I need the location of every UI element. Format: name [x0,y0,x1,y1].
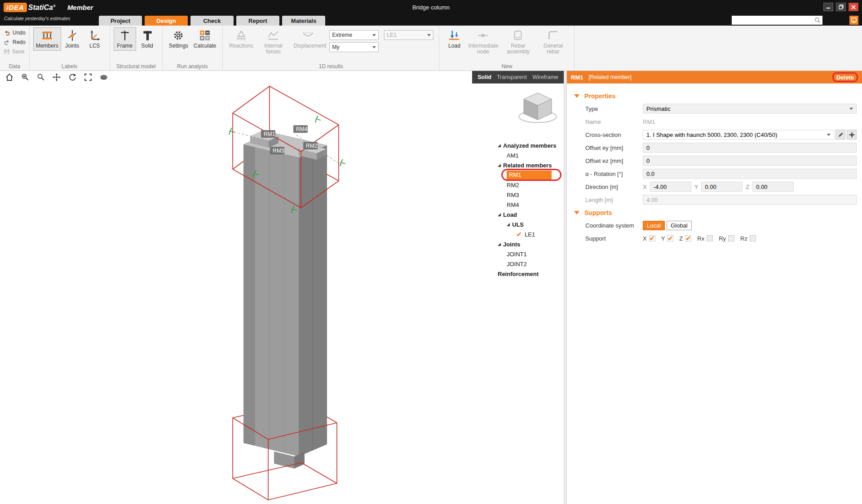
support-check-ry[interactable]: Ry [719,235,734,242]
length-label: Length [m] [585,197,643,203]
general-rebar-button[interactable]: General rebar [535,27,570,57]
chevron-down-icon [849,108,853,110]
mode-wireframe[interactable]: Wireframe [532,74,558,80]
support-check-y[interactable]: Y✔ [661,235,674,242]
tab-materials[interactable]: Materials [282,16,325,26]
mode-transparent[interactable]: Transparent [497,74,527,80]
tree-item-analyzed-members[interactable]: Analyzed members [494,140,570,150]
expander-icon[interactable] [498,144,501,147]
reactions-button[interactable]: Reactions [226,27,256,51]
edit-cross-section-button[interactable] [835,130,845,140]
tab-project[interactable]: Project [99,16,142,26]
tab-report[interactable]: Report [236,16,279,26]
navigation-cube[interactable] [515,89,560,130]
supports-section-header[interactable]: Supports [574,209,857,216]
offset-ez-input[interactable]: 0 [643,156,857,166]
checkbox-icon[interactable]: ✔ [685,235,691,241]
settings-button[interactable]: Settings [166,27,191,51]
tree-item-rm1[interactable]: RM1 [494,170,570,180]
support-check-rx[interactable]: Rx [697,235,713,242]
clipping-plane-button[interactable] [99,72,109,82]
ribbon-group-run: Settings Calculate Run analysis [163,26,223,70]
expander-icon[interactable] [498,213,501,216]
calculate-button[interactable]: Calculate [191,27,219,51]
tree-item-reinforcement[interactable]: Reinforcement [494,269,570,279]
search-icon[interactable] [814,17,821,23]
tree-item-rm4[interactable]: RM4 [494,200,570,210]
checkbox-icon[interactable] [707,235,713,241]
direction-z-input[interactable]: 0.00 [752,182,794,192]
zoom-window-button[interactable] [20,72,30,82]
coordinate-local-button[interactable]: Local [643,221,665,230]
tree-item-am1[interactable]: AM1 [494,150,570,160]
intermediate-node-button[interactable]: Intermediate node [465,27,500,57]
minimize-button[interactable] [823,3,833,11]
properties-section-header[interactable]: Properties [574,92,857,100]
undo-button[interactable]: Undo [4,29,26,36]
window-title: Bridge column [0,4,862,11]
checkbox-icon[interactable]: ✔ [667,235,673,241]
frame-button[interactable]: Frame [114,27,136,51]
internal-forces-button[interactable]: Internal forces [256,27,291,57]
zoom-button[interactable] [36,72,46,82]
support-check-z[interactable]: Z✔ [679,235,691,242]
loadcase-checkbox[interactable]: ✔ [516,231,522,238]
checkbox-icon[interactable] [728,235,734,241]
type-dropdown[interactable]: Prismatic [643,104,857,114]
load-button[interactable]: Load [443,27,465,51]
rebar-assembly-button[interactable]: Rebar assembly [500,27,535,57]
search-input[interactable] [734,17,814,23]
tree-item-uls[interactable]: ULS [494,219,570,229]
redo-button[interactable]: Redo [4,39,26,46]
tree-item-label: Reinforcement [498,271,539,277]
save-button[interactable]: Save [4,48,26,55]
coordinate-global-button[interactable]: Global [667,221,692,230]
clipping-plane-icon [100,73,108,81]
joints-button[interactable]: Joints [61,27,84,51]
tree-item-rm3[interactable]: RM3 [494,190,570,200]
tree-item-joint2[interactable]: JOINT2 [494,259,570,269]
support-check-x[interactable]: X✔ [643,235,655,242]
close-button[interactable] [849,3,858,11]
pan-button[interactable] [52,72,62,82]
offset-ey-input[interactable]: 0 [643,143,857,153]
member-tag-rm3: RM3 [270,147,284,154]
tree-item-joints[interactable]: Joints [494,239,570,249]
direction-x-input[interactable]: -4.00 [650,182,691,192]
mode-solid[interactable]: Solid [477,74,491,80]
window-controls [823,3,858,11]
checkbox-icon[interactable] [750,235,756,241]
delete-button[interactable]: Delete [832,72,858,82]
zoom-fit-button[interactable] [83,72,93,82]
home-view-button[interactable] [4,72,14,82]
tree-item-load[interactable]: Load [494,210,570,219]
feedback-button[interactable] [849,16,858,25]
lcs-button[interactable]: LCS [84,27,106,51]
rotation-input[interactable]: 0.0 [643,169,857,179]
expander-icon[interactable] [498,164,501,167]
tree-item-le1[interactable]: ✔LE1 [494,229,570,239]
offset-ez-label: Offset ez [mm] [585,158,643,164]
scene-3d[interactable]: RM1 RM4 RM2 RM3 [0,83,570,504]
add-cross-section-button[interactable] [847,130,857,140]
displacement-button[interactable]: Displacement [291,27,326,51]
expander-icon[interactable] [507,223,510,226]
tree-item-rm2[interactable]: RM2 [494,180,570,190]
component-dropdown[interactable]: My [329,42,379,52]
loadcase-dropdown[interactable]: LE1 [384,30,433,40]
support-check-rz[interactable]: Rz [740,235,756,242]
ribbon-tabs: Project Design Check Report Materials [99,16,325,26]
tab-design[interactable]: Design [145,16,188,26]
expander-icon[interactable] [498,243,501,246]
rotate-button[interactable] [67,72,77,82]
direction-y-input[interactable]: 0.00 [701,182,743,192]
members-button[interactable]: Members [33,27,61,51]
tree-item-related-members[interactable]: Related members [494,160,570,170]
extreme-dropdown[interactable]: Extreme [329,30,379,40]
solid-button[interactable]: Solid [136,27,159,51]
restore-button[interactable] [836,3,846,11]
checkbox-icon[interactable]: ✔ [649,235,655,241]
tree-item-joint1[interactable]: JOINT1 [494,249,570,259]
cross-section-dropdown[interactable]: 1. I Shape with haunch 5000, 2300, 2300 … [643,130,834,140]
tab-check[interactable]: Check [190,16,234,26]
